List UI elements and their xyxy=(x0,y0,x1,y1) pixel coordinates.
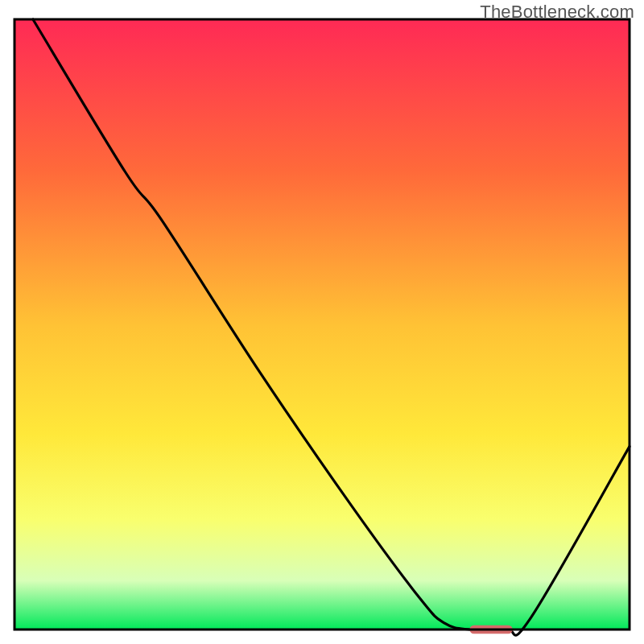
chart-svg xyxy=(0,0,644,644)
watermark-text: TheBottleneck.com xyxy=(480,2,634,23)
bottleneck-chart: TheBottleneck.com xyxy=(0,0,644,644)
gradient-background xyxy=(14,19,630,630)
